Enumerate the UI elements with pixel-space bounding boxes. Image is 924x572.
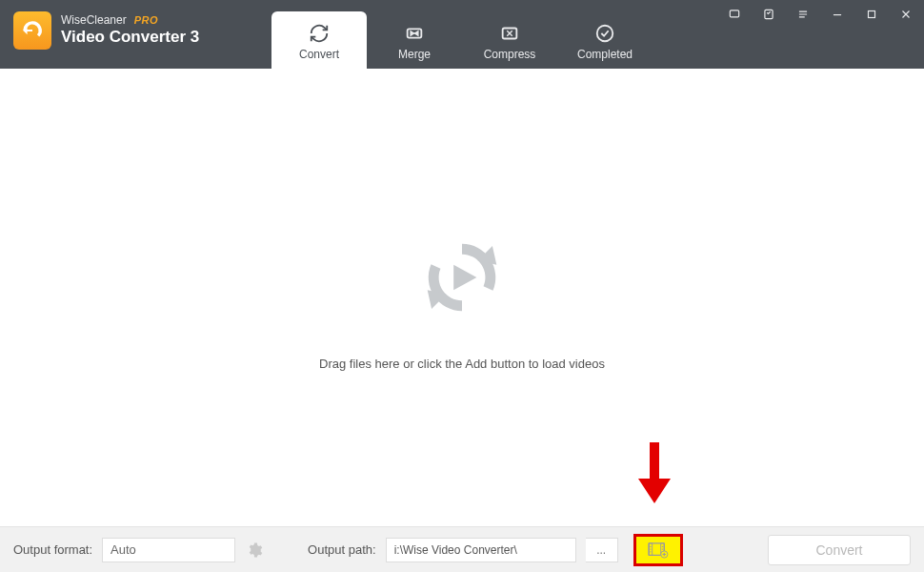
svg-rect-6 [650,442,659,480]
convert-button[interactable]: Convert [768,535,911,565]
browse-button[interactable]: ... [586,538,618,562]
tab-convert-label: Convert [299,48,339,61]
minimize-icon[interactable] [827,6,848,23]
svg-rect-4 [765,10,773,18]
check-circle-icon [594,23,615,44]
app-logo [13,11,51,50]
menu-icon[interactable] [793,6,814,23]
film-plus-icon [648,541,669,559]
tab-completed-label: Completed [577,48,633,61]
tab-completed[interactable]: Completed [557,11,653,69]
brand-text: WiseCleaner PRO Video Converter 3 [61,14,199,46]
output-format-value: Auto [110,542,136,557]
refresh-icon [309,23,330,44]
tab-merge[interactable]: Merge [367,11,462,69]
drop-area[interactable]: Drag files here or click the Add button … [0,69,924,526]
annotation-arrow-icon [638,442,671,503]
output-path-label: Output path: [308,542,376,557]
titlebar: WiseCleaner PRO Video Converter 3 Conver… [0,0,924,69]
window-controls [724,6,916,23]
drop-instruction: Drag files here or click the Add button … [319,357,605,371]
brand-company: WiseCleaner [61,14,127,28]
merge-icon [404,23,425,44]
feedback-icon[interactable] [724,6,745,23]
output-format-label: Output format: [13,542,92,557]
svg-rect-3 [730,10,738,17]
compress-icon [499,23,520,44]
add-file-button[interactable] [633,534,683,566]
close-icon[interactable] [895,6,916,23]
svg-rect-5 [869,11,875,18]
footer-bar: Output format: Auto Output path: ... Con… [0,526,924,572]
brand: WiseCleaner PRO Video Converter 3 [0,0,212,61]
main-tabs: Convert Merge Compress Completed [271,11,653,69]
refresh-play-icon [410,225,514,330]
gear-icon[interactable] [245,541,264,560]
output-format-select[interactable]: Auto [102,538,235,562]
tab-compress-label: Compress [484,48,536,61]
tab-merge-label: Merge [398,48,431,61]
svg-point-2 [597,26,613,42]
brand-pro-badge: PRO [134,14,158,27]
maximize-icon[interactable] [861,6,882,23]
register-icon[interactable] [758,6,779,23]
brand-product: Video Converter 3 [61,28,199,47]
tab-convert[interactable]: Convert [271,11,367,69]
tab-compress[interactable]: Compress [462,11,557,69]
output-path-input[interactable] [386,538,576,562]
